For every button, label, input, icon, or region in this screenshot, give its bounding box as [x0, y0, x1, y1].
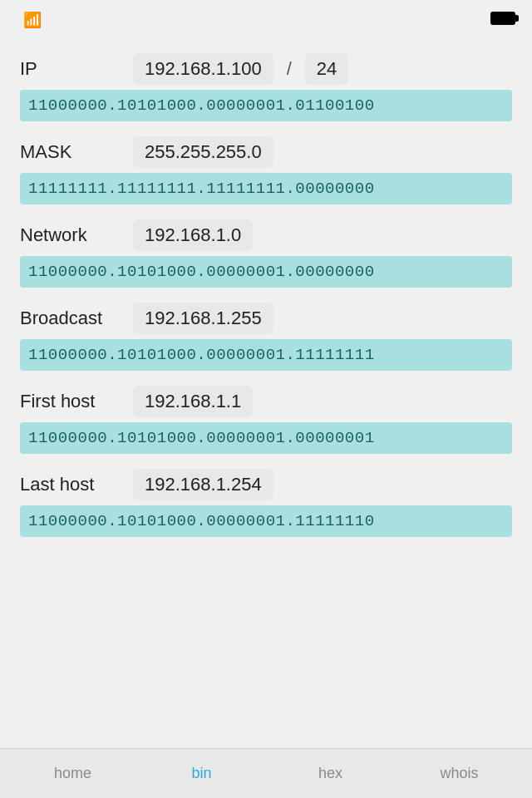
- tab-whois[interactable]: whois: [395, 760, 524, 787]
- status-carrier: 📶: [17, 11, 42, 29]
- tab-bar: homebinhexwhois: [0, 748, 532, 798]
- label-row-5: Last host192.168.1.254: [20, 469, 512, 500]
- slash-0: /: [287, 58, 292, 80]
- field-group-first-host: First host192.168.1.111000000.10101000.0…: [20, 386, 512, 454]
- binary-row-1: 11111111.11111111.11111111.00000000: [20, 173, 512, 204]
- label-row-0: IP192.168.1.100/24: [20, 53, 512, 85]
- binary-row-3: 11000000.10101000.00000001.11111111: [20, 339, 512, 371]
- field-label-5: Last host: [20, 474, 120, 495]
- field-group-ip: IP192.168.1.100/2411000000.10101000.0000…: [20, 53, 512, 121]
- status-battery: [490, 12, 515, 28]
- field-label-4: First host: [20, 391, 120, 412]
- battery-icon: [490, 12, 515, 25]
- status-bar: 📶: [0, 0, 532, 37]
- tab-label-hex: hex: [318, 765, 342, 782]
- binary-row-2: 11000000.10101000.00000001.00000000: [20, 256, 512, 288]
- field-group-last-host: Last host192.168.1.25411000000.10101000.…: [20, 469, 512, 537]
- tab-label-whois: whois: [440, 765, 478, 782]
- tab-hex[interactable]: hex: [266, 760, 395, 787]
- field-group-mask: MASK255.255.255.011111111.11111111.11111…: [20, 136, 512, 204]
- binary-row-5: 11000000.10101000.00000001.11111110: [20, 505, 512, 537]
- label-row-1: MASK255.255.255.0: [20, 136, 512, 168]
- tab-label-bin: bin: [191, 765, 211, 782]
- label-row-2: Network192.168.1.0: [20, 219, 512, 251]
- field-group-network: Network192.168.1.011000000.10101000.0000…: [20, 219, 512, 288]
- field-label-1: MASK: [20, 141, 120, 163]
- field-value-2: 192.168.1.0: [133, 219, 253, 251]
- field-value-3: 192.168.1.255: [133, 303, 273, 334]
- wifi-icon: 📶: [23, 11, 42, 29]
- field-label-0: IP: [20, 58, 120, 80]
- field-label-3: Broadcast: [20, 308, 120, 329]
- field-value-0: 192.168.1.100: [133, 53, 273, 85]
- binary-row-4: 11000000.10101000.00000001.00000001: [20, 422, 512, 454]
- field-value-1: 255.255.255.0: [133, 136, 273, 168]
- binary-row-0: 11000000.10101000.00000001.01100100: [20, 90, 512, 121]
- label-row-3: Broadcast192.168.1.255: [20, 303, 512, 334]
- prefix-value: 24: [305, 53, 348, 85]
- field-label-2: Network: [20, 224, 120, 246]
- field-value-5: 192.168.1.254: [133, 469, 273, 500]
- main-content: IP192.168.1.100/2411000000.10101000.0000…: [0, 37, 532, 748]
- label-row-4: First host192.168.1.1: [20, 386, 512, 417]
- tab-home[interactable]: home: [8, 760, 137, 787]
- tab-bin[interactable]: bin: [137, 760, 266, 787]
- field-group-broadcast: Broadcast192.168.1.25511000000.10101000.…: [20, 303, 512, 371]
- field-value-4: 192.168.1.1: [133, 386, 253, 417]
- tab-label-home: home: [54, 765, 91, 782]
